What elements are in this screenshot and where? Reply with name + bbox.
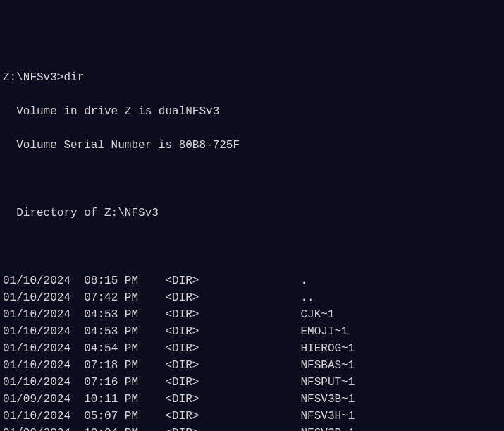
dir-entry: 01/10/2024 07:16 PM <DIR> NFSPUT~1 (3, 374, 501, 391)
blank-separator (3, 238, 501, 255)
dir-entry: 01/10/2024 04:53 PM <DIR> EMOJI~1 (3, 323, 501, 340)
command-prompt-line[interactable]: Z:\NFSv3>dir (3, 69, 501, 86)
volume-info: Volume in drive Z is dualNFSv3 (3, 103, 501, 120)
dir-entry: 01/09/2024 10:11 PM <DIR> NFSV3B~1 (3, 391, 501, 408)
serial-info: Volume Serial Number is 80B8-725F (3, 137, 501, 154)
directory-listing: 01/10/2024 08:15 PM <DIR> .01/10/2024 07… (3, 272, 501, 431)
dir-entry: 01/10/2024 05:07 PM <DIR> NFSV3H~1 (3, 408, 501, 425)
dir-entry: 01/10/2024 07:42 PM <DIR> .. (3, 289, 501, 306)
directory-header: Directory of Z:\NFSv3 (3, 205, 501, 221)
dir-entry: 01/10/2024 04:54 PM <DIR> HIEROG~1 (3, 340, 501, 357)
dir-entry: 01/10/2024 08:15 PM <DIR> . (3, 272, 501, 289)
dir-entry: 01/09/2024 10:04 PM <DIR> NFSV3P~1 (3, 425, 501, 431)
command-text: dir (63, 71, 84, 84)
dir-entry: 01/10/2024 07:18 PM <DIR> NFSBAS~1 (3, 357, 501, 374)
blank-separator (3, 171, 501, 188)
prompt-text: Z:\NFSv3> (3, 71, 63, 84)
dir-entry: 01/10/2024 04:53 PM <DIR> CJK~1 (3, 306, 501, 323)
